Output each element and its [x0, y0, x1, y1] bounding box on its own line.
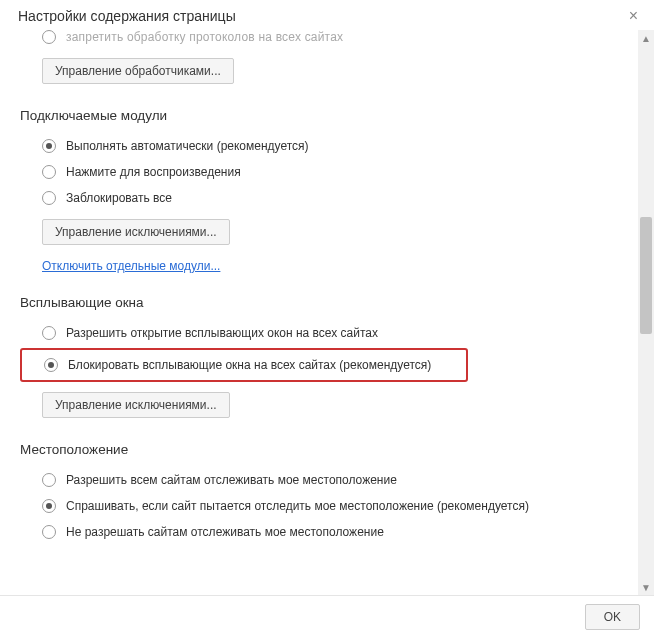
- scrollbar-track[interactable]: [638, 46, 654, 579]
- radio-icon[interactable]: [42, 139, 56, 153]
- content-scroll-area: запретить обработку протоколов на всех с…: [0, 30, 638, 595]
- section-title-location: Местоположение: [20, 442, 618, 457]
- manage-plugin-exceptions-button[interactable]: Управление исключениями...: [42, 219, 230, 245]
- radio-label: Спрашивать, если сайт пытается отследить…: [66, 499, 529, 513]
- content-wrap: запретить обработку протоколов на всех с…: [0, 30, 654, 595]
- radio-icon[interactable]: [42, 499, 56, 513]
- radio-label: Блокировать всплывающие окна на всех сай…: [68, 358, 431, 372]
- close-icon[interactable]: ×: [625, 8, 642, 24]
- section-title-plugins: Подключаемые модули: [20, 108, 618, 123]
- scrollbar-down-arrow-icon[interactable]: ▼: [638, 579, 654, 595]
- dialog-titlebar: Настройки содержания страницы ×: [0, 0, 654, 30]
- scrollbar-up-arrow-icon[interactable]: ▲: [638, 30, 654, 46]
- manage-popup-exceptions-button[interactable]: Управление исключениями...: [42, 392, 230, 418]
- radio-label: Нажмите для воспроизведения: [66, 165, 241, 179]
- plugins-option-auto[interactable]: Выполнять автоматически (рекомендуется): [20, 133, 618, 159]
- radio-label: Не разрешать сайтам отслеживать мое мест…: [66, 525, 384, 539]
- manage-handlers-button[interactable]: Управление обработчиками...: [42, 58, 234, 84]
- radio-icon[interactable]: [42, 30, 56, 44]
- popups-option-block[interactable]: Блокировать всплывающие окна на всех сай…: [20, 348, 468, 382]
- location-option-allow[interactable]: Разрешить всем сайтам отслеживать мое ме…: [20, 467, 618, 493]
- radio-icon[interactable]: [44, 358, 58, 372]
- radio-icon[interactable]: [42, 473, 56, 487]
- plugins-option-block-all[interactable]: Заблокировать все: [20, 185, 618, 211]
- disable-individual-plugins-link[interactable]: Отключить отдельные модули...: [42, 259, 220, 273]
- popups-option-allow[interactable]: Разрешить открытие всплывающих окон на в…: [20, 320, 618, 346]
- radio-label: Разрешить открытие всплывающих окон на в…: [66, 326, 378, 340]
- handlers-option-truncated[interactable]: запретить обработку протоколов на всех с…: [20, 30, 618, 50]
- location-option-deny[interactable]: Не разрешать сайтам отслеживать мое мест…: [20, 519, 618, 545]
- section-title-popups: Всплывающие окна: [20, 295, 618, 310]
- scrollbar-thumb[interactable]: [640, 217, 652, 334]
- plugins-option-click-to-play[interactable]: Нажмите для воспроизведения: [20, 159, 618, 185]
- radio-label: Заблокировать все: [66, 191, 172, 205]
- radio-icon[interactable]: [42, 326, 56, 340]
- ok-button[interactable]: OK: [585, 604, 640, 630]
- radio-icon[interactable]: [42, 525, 56, 539]
- dialog-footer: OK: [0, 595, 654, 640]
- dialog-title: Настройки содержания страницы: [18, 8, 625, 24]
- radio-label: запретить обработку протоколов на всех с…: [66, 30, 343, 44]
- settings-dialog: Настройки содержания страницы × запретит…: [0, 0, 654, 640]
- radio-icon[interactable]: [42, 191, 56, 205]
- radio-label: Выполнять автоматически (рекомендуется): [66, 139, 309, 153]
- radio-icon[interactable]: [42, 165, 56, 179]
- vertical-scrollbar[interactable]: ▲ ▼: [638, 30, 654, 595]
- radio-label: Разрешить всем сайтам отслеживать мое ме…: [66, 473, 397, 487]
- location-option-ask[interactable]: Спрашивать, если сайт пытается отследить…: [20, 493, 618, 519]
